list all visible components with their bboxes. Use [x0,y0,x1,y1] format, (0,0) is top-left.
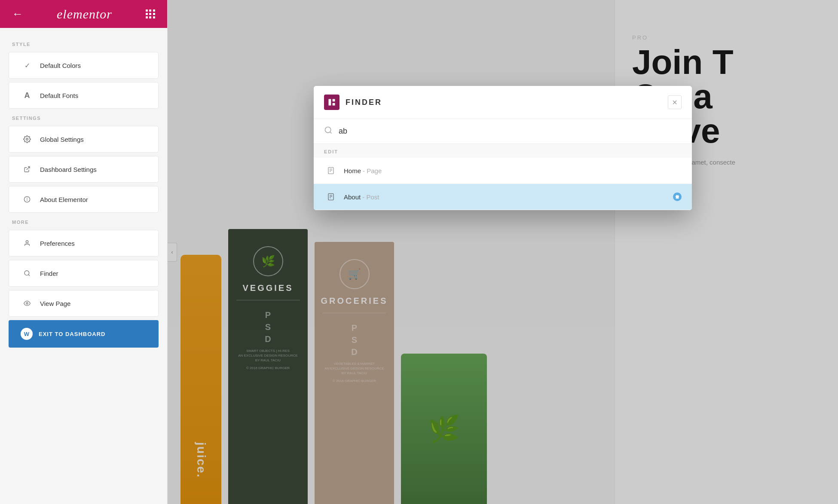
wordpress-icon: W [21,328,33,340]
finder-header: FINDER × [314,86,692,119]
about-result-title: About [344,193,361,201]
search-icon [21,267,33,279]
grid-menu-button[interactable] [146,9,155,18]
about-result-subtitle: - Post [362,193,379,201]
global-settings-label: Global Settings [40,136,84,143]
settings-section-label: SETTINGS [0,116,167,121]
finder-search-icon [324,126,333,137]
default-fonts-label: Default Fonts [40,92,78,99]
svg-point-11 [325,127,331,133]
home-result-title: Home [344,167,361,174]
post-icon [324,190,338,204]
main-content-area: juice. 🌿 VEGGIES PSD SMART OBJECTS | HI-… [168,0,838,504]
svg-point-7 [26,302,28,304]
dashboard-settings-label: Dashboard Settings [40,166,97,173]
exit-label: EXIT TO DASHBOARD [39,331,105,337]
finder-search-row [314,119,692,144]
svg-line-12 [330,132,332,134]
sidebar: ← elementor STYLE ✓ Default Colors A Def… [0,0,168,504]
menu-item-finder[interactable]: Finder [9,260,159,287]
finder-modal: FINDER × EDIT [314,86,692,210]
finder-result-home[interactable]: Home - Page [314,158,692,184]
finder-close-button[interactable]: × [668,95,682,109]
svg-rect-9 [333,99,335,102]
about-elementor-label: About Elementor [40,196,88,203]
finder-label: Finder [40,270,58,277]
svg-rect-10 [333,103,335,106]
menu-item-global-settings[interactable]: Global Settings [9,126,159,153]
menu-item-default-colors[interactable]: ✓ Default Colors [9,52,159,79]
svg-point-0 [26,138,28,141]
user-icon [21,237,33,249]
gear-icon [21,133,33,145]
svg-rect-13 [328,168,333,174]
eye-icon [21,297,33,309]
sidebar-header: ← elementor [0,0,167,28]
checkmark-icon: ✓ [21,59,33,71]
svg-point-4 [26,241,28,243]
style-section-label: STYLE [0,42,167,47]
menu-item-view-page[interactable]: View Page [9,290,159,317]
elementor-logo: elementor [57,7,112,21]
sidebar-content: STYLE ✓ Default Colors A Default Fonts S… [0,28,167,504]
svg-line-6 [28,275,30,276]
font-icon: A [21,89,33,101]
exit-to-dashboard-button[interactable]: W EXIT TO DASHBOARD [9,320,159,348]
active-result-badge [673,192,682,201]
finder-search-input[interactable] [339,127,682,136]
menu-item-preferences[interactable]: Preferences [9,230,159,257]
back-button[interactable]: ← [12,7,23,21]
svg-point-5 [24,271,29,275]
view-page-label: View Page [40,300,70,307]
menu-item-default-fonts[interactable]: A Default Fonts [9,82,159,109]
external-link-icon [21,163,33,175]
svg-rect-8 [329,99,331,106]
menu-item-about-elementor[interactable]: About Elementor [9,186,159,213]
finder-results: EDIT Home - Page [314,144,692,210]
finder-section-edit-label: EDIT [314,144,692,158]
info-icon [21,193,33,205]
page-icon [324,164,338,177]
preferences-label: Preferences [40,240,75,247]
finder-elementor-logo [324,95,339,110]
default-colors-label: Default Colors [40,62,81,69]
menu-item-dashboard-settings[interactable]: Dashboard Settings [9,156,159,183]
svg-rect-17 [328,194,333,200]
finder-title: FINDER [346,98,668,107]
finder-result-about[interactable]: About - Post [314,184,692,210]
more-section-label: MORE [0,220,167,225]
finder-overlay[interactable]: FINDER × EDIT [168,0,838,504]
home-result-subtitle: - Page [363,167,382,174]
